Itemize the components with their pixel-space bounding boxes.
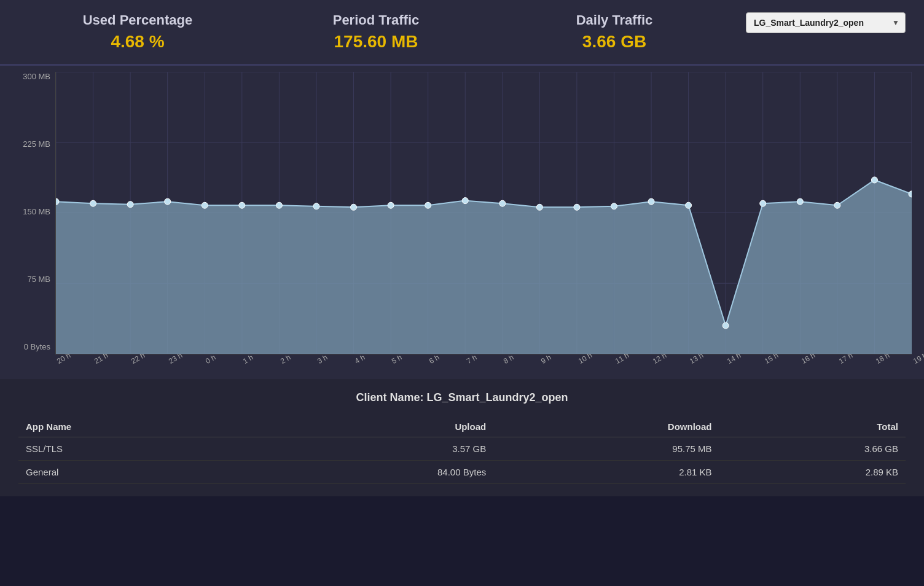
- x-axis-label: 9 h: [539, 353, 552, 365]
- chart-container: 0 Bytes75 MB150 MB225 MB300 MB 20 h21 h2…: [0, 66, 924, 379]
- table-row: General84.00 Bytes2.81 KB2.89 KB: [18, 461, 906, 484]
- x-axis-label: 5 h: [390, 353, 403, 365]
- chart-dot: [797, 198, 803, 205]
- chart-dot: [462, 198, 468, 204]
- table-row: SSL/TLS3.57 GB95.75 MB3.66 GB: [18, 437, 906, 461]
- cell-total: 3.66 GB: [719, 437, 906, 461]
- header-total: Total: [719, 416, 906, 437]
- chart-dot: [611, 203, 617, 209]
- chart-dot: [90, 200, 96, 206]
- chart-dot: [499, 200, 506, 206]
- x-axis-label: 6 h: [428, 353, 440, 365]
- bottom-panel: Client Name: LG_Smart_Laundry2_open App …: [0, 379, 924, 496]
- chart-dot: [239, 202, 245, 208]
- chart-dot: [276, 202, 282, 208]
- x-axis-label: 3 h: [316, 353, 329, 365]
- chart-wrap: 0 Bytes75 MB150 MB225 MB300 MB 20 h21 h2…: [12, 72, 912, 379]
- data-table: App Name Upload Download Total SSL/TLS3.…: [18, 416, 906, 484]
- header-upload: Upload: [250, 416, 493, 437]
- x-axis-label: 0 h: [204, 353, 217, 365]
- daily-traffic-value: 3.66 GB: [495, 32, 734, 52]
- chart-dot: [686, 202, 692, 208]
- client-dropdown-area: LG_Smart_Laundry2_open: [734, 12, 906, 33]
- chart-dot: [165, 198, 171, 205]
- y-axis-label: 225 MB: [12, 139, 55, 149]
- period-traffic-value: 175.60 MB: [257, 32, 495, 52]
- x-axis-label: 1 h: [241, 353, 254, 365]
- cell-total: 2.89 KB: [719, 461, 906, 484]
- y-axis-label: 300 MB: [12, 72, 55, 81]
- chart-dot: [574, 204, 580, 210]
- used-percentage-block: Used Percentage 4.68 %: [18, 12, 257, 52]
- cell-upload: 3.57 GB: [250, 437, 493, 461]
- chart-dot: [388, 202, 394, 208]
- x-axis-label: 4 h: [353, 353, 366, 365]
- table-header-row: App Name Upload Download Total: [18, 416, 906, 437]
- daily-traffic-label: Daily Traffic: [495, 12, 734, 28]
- cell-upload: 84.00 Bytes: [250, 461, 493, 484]
- x-axis-label: 2 h: [279, 353, 292, 365]
- stats-header: Used Percentage 4.68 % Period Traffic 17…: [0, 0, 924, 66]
- chart-dot: [871, 177, 877, 183]
- x-axis-label: 8 h: [502, 353, 515, 365]
- header-app-name: App Name: [18, 416, 250, 437]
- x-axis-label: 19 h: [912, 351, 924, 365]
- chart-dot: [127, 201, 133, 208]
- client-dropdown[interactable]: LG_Smart_Laundry2_open: [746, 12, 906, 33]
- chart-dot: [536, 204, 542, 210]
- chart-dot: [202, 202, 208, 208]
- chart-dot: [760, 200, 766, 206]
- x-axis: 20 h21 h22 h23 h0 h1 h2 h3 h4 h5 h6 h7 h…: [55, 354, 912, 379]
- chart-svg: [56, 72, 912, 354]
- cell-download: 2.81 KB: [493, 461, 719, 484]
- chart-dot: [351, 204, 357, 210]
- cell-download: 95.75 MB: [493, 437, 719, 461]
- period-traffic-label: Period Traffic: [257, 12, 495, 28]
- y-axis-label: 75 MB: [12, 275, 55, 284]
- client-title: Client Name: LG_Smart_Laundry2_open: [18, 391, 906, 404]
- x-axis-label: 7 h: [465, 353, 478, 365]
- y-axis: 0 Bytes75 MB150 MB225 MB300 MB: [12, 72, 55, 354]
- y-axis-label: 150 MB: [12, 207, 55, 216]
- header-download: Download: [493, 416, 719, 437]
- chart-area-fill: [56, 180, 912, 354]
- used-percentage-value: 4.68 %: [18, 32, 257, 52]
- used-percentage-label: Used Percentage: [18, 12, 257, 28]
- client-dropdown-wrapper[interactable]: LG_Smart_Laundry2_open: [746, 12, 906, 33]
- chart-dot: [425, 202, 431, 208]
- chart-area: [55, 72, 912, 354]
- chart-dot: [834, 202, 840, 208]
- cell-app-name: General: [18, 461, 250, 484]
- period-traffic-block: Period Traffic 175.60 MB: [257, 12, 495, 52]
- chart-dot: [648, 198, 654, 205]
- cell-app-name: SSL/TLS: [18, 437, 250, 461]
- y-axis-label: 0 Bytes: [12, 342, 55, 351]
- table-body: SSL/TLS3.57 GB95.75 MB3.66 GBGeneral84.0…: [18, 437, 906, 484]
- chart-dot: [313, 203, 319, 209]
- chart-dot: [722, 322, 729, 329]
- daily-traffic-block: Daily Traffic 3.66 GB: [495, 12, 734, 52]
